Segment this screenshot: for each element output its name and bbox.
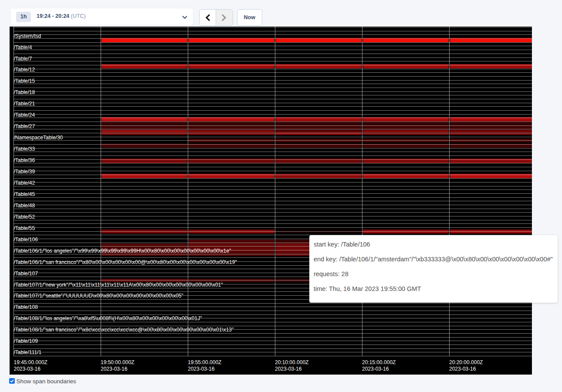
svg-text:/Table/107/1/"new york"/"\x11\: /Table/107/1/"new york"/"\x11\x11\x11\x1… <box>14 282 223 288</box>
svg-text:/Table/111/1: /Table/111/1 <box>14 349 42 355</box>
svg-text:2023-03-16: 2023-03-16 <box>449 366 476 372</box>
svg-text:/Table/36: /Table/36 <box>14 157 35 163</box>
svg-text:/Table/7: /Table/7 <box>14 56 32 62</box>
svg-text:/Table/18: /Table/18 <box>14 89 35 95</box>
svg-text:/Table/24: /Table/24 <box>14 112 35 118</box>
svg-text:/Table/106/1/"san francisco"/": /Table/106/1/"san francisco"/"\x80\x00\x… <box>14 259 237 265</box>
svg-text:/Table/55: /Table/55 <box>14 225 35 231</box>
svg-text:2023-03-16: 2023-03-16 <box>188 366 215 372</box>
svg-text:2023-03-16: 2023-03-16 <box>362 366 389 372</box>
svg-text:/System/tsd: /System/tsd <box>14 33 41 39</box>
svg-text:/Table/52: /Table/52 <box>14 214 35 220</box>
svg-text:/Table/15: /Table/15 <box>14 78 35 84</box>
svg-text:20:15:00.000Z: 20:15:00.000Z <box>362 359 396 365</box>
svg-text:/Table/33: /Table/33 <box>14 146 35 152</box>
svg-text:/Table/107: /Table/107 <box>14 270 38 277</box>
svg-text:/Table/45: /Table/45 <box>14 191 35 197</box>
svg-text:/Table/4: /Table/4 <box>14 44 32 51</box>
svg-text:/Table/106/1/"los angeles"/"\x: /Table/106/1/"los angeles"/"\x99\x99\x99… <box>14 248 231 254</box>
svg-text:19:55:00.000Z: 19:55:00.000Z <box>188 359 221 365</box>
svg-text:2023-03-16: 2023-03-16 <box>101 366 128 372</box>
svg-text:/Table/108: /Table/108 <box>14 304 38 310</box>
svg-text:19:50:00.000Z: 19:50:00.000Z <box>101 359 134 365</box>
svg-text:/Table/107/1/"seattle"/"UUUUUU: /Table/107/1/"seattle"/"UUUUUUD\x00\x80\… <box>14 293 183 299</box>
svg-text:/Table/108/1/"los angeles"/"\x: /Table/108/1/"los angeles"/"\xa8\xf5\u00… <box>14 315 202 321</box>
svg-text:/NamespaceTable/30: /NamespaceTable/30 <box>14 135 63 141</box>
svg-text:2023-03-16: 2023-03-16 <box>14 366 41 372</box>
svg-text:/Table/27: /Table/27 <box>14 123 35 129</box>
svg-text:/Table/12: /Table/12 <box>14 67 35 73</box>
svg-text:20:10:00.000Z: 20:10:00.000Z <box>275 359 308 365</box>
svg-text:2023-03-16: 2023-03-16 <box>275 366 302 372</box>
svg-text:/Table/39: /Table/39 <box>14 169 35 175</box>
svg-text:19:45:00.000Z: 19:45:00.000Z <box>14 359 47 365</box>
svg-text:/Table/108/1/"san francisco"/": /Table/108/1/"san francisco"/"\x8c\xcc\x… <box>14 327 234 333</box>
svg-text:/Table/21: /Table/21 <box>14 101 35 107</box>
svg-text:/Table/106: /Table/106 <box>14 237 38 243</box>
svg-text:20:20:00.000Z: 20:20:00.000Z <box>449 359 483 365</box>
svg-text:/Table/42: /Table/42 <box>14 180 35 186</box>
svg-text:/Table/109: /Table/109 <box>14 338 38 344</box>
svg-text:/Table/48: /Table/48 <box>14 203 35 209</box>
